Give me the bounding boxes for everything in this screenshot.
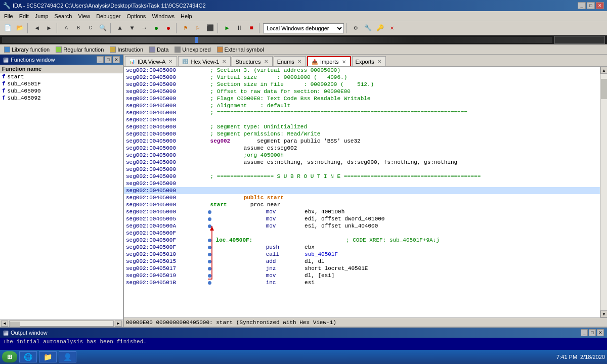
tb-btn4[interactable]: 🔍: [97, 23, 108, 34]
legend-instruction-label: Instruction: [117, 47, 143, 53]
sep1: [27, 23, 29, 33]
scroll-left[interactable]: ◀: [1, 321, 8, 327]
code-line: seg002:00405000: [124, 180, 600, 187]
legend-instruction-color: [110, 47, 116, 53]
tab-close-imports[interactable]: ✕: [341, 59, 347, 65]
menu-options[interactable]: Options: [123, 12, 149, 20]
tab-enums[interactable]: Enums ✕: [274, 56, 306, 66]
taskbar-folder-btn[interactable]: 📁: [39, 351, 57, 362]
legend-bar: Library function Regular function Instru…: [0, 44, 607, 55]
tb-arrow-r[interactable]: →: [139, 23, 150, 34]
code-line: seg002:00405000 public start: [124, 194, 600, 201]
tab-close-structures[interactable]: ✕: [263, 59, 269, 65]
fn-item-sub40501f[interactable]: f sub_40501F: [0, 80, 123, 87]
vscroll-down[interactable]: ▼: [600, 310, 607, 317]
tb-flag[interactable]: ⚑: [180, 23, 191, 34]
taskbar-user-btn[interactable]: 👤: [59, 351, 76, 362]
tb-settings2[interactable]: 🔧: [362, 23, 373, 34]
functions-close-btn[interactable]: ✕: [113, 56, 120, 63]
output-message: The initial autoanalysis has been finish…: [3, 339, 147, 345]
fn-item-start[interactable]: f start: [0, 73, 123, 80]
tab-label-structures: Structures: [235, 59, 261, 65]
menu-file[interactable]: File: [1, 12, 16, 20]
code-area: 📊 IDA View-A ✕ 🔢 Hex View-1 ✕ Structures…: [124, 55, 607, 327]
vscroll-up[interactable]: ▲: [600, 67, 607, 74]
tb-arrow-up[interactable]: ▲: [114, 23, 125, 34]
output-close-btn[interactable]: ✕: [597, 329, 604, 336]
code-line: seg002:00405000 ; Offset to raw data for…: [124, 88, 600, 95]
scroll-right[interactable]: ▶: [115, 321, 122, 327]
nav-input[interactable]: [554, 36, 605, 44]
tb-btn3[interactable]: C: [85, 23, 96, 34]
functions-max-btn[interactable]: □: [105, 56, 112, 63]
tb-btn1[interactable]: A: [61, 23, 72, 34]
output-min-btn[interactable]: _: [581, 329, 588, 336]
close-button[interactable]: ✕: [596, 2, 604, 9]
tab-close-ida[interactable]: ✕: [167, 59, 174, 65]
debugger-select[interactable]: Local Windows debugger: [263, 23, 344, 33]
code-line: seg002:0040500F: [124, 230, 600, 237]
tb-circle-r[interactable]: ●: [163, 23, 174, 34]
tb-btn2[interactable]: B: [73, 23, 84, 34]
tb-play[interactable]: ▶: [222, 23, 233, 34]
menu-help[interactable]: Help: [178, 12, 195, 20]
taskbar-ie-btn[interactable]: 🌐: [19, 351, 37, 362]
minimize-button[interactable]: _: [578, 2, 586, 9]
tab-imports[interactable]: 📥 Imports ✕: [307, 56, 351, 66]
tab-exports[interactable]: Exports ✕: [352, 56, 386, 66]
functions-title: Functions window: [11, 57, 55, 63]
tab-ida-view-a[interactable]: 📊 IDA View-A ✕: [125, 56, 177, 66]
code-line: seg002:00405017 jnz short locret_40501E: [124, 265, 600, 272]
legend-data-label: Data: [157, 47, 168, 53]
tb-stop2[interactable]: ■: [246, 23, 257, 34]
menu-debugger[interactable]: Debugger: [93, 12, 123, 20]
maximize-button[interactable]: □: [587, 2, 595, 9]
forward-btn[interactable]: ▶: [44, 23, 55, 34]
tb-stop[interactable]: ⬛: [204, 23, 215, 34]
code-line: seg002:00405000: [124, 166, 600, 173]
code-view-wrapper: seg002:00405000 ; Section 3. (virtual ad…: [124, 67, 607, 317]
menu-jump[interactable]: Jump: [32, 12, 52, 20]
new-btn[interactable]: 📄: [2, 23, 13, 34]
tb-settings1[interactable]: ⚙: [350, 23, 361, 34]
tb-key[interactable]: 🔑: [374, 23, 385, 34]
tab-close-exports[interactable]: ✕: [376, 59, 382, 65]
nav-graph[interactable]: [2, 37, 552, 43]
code-line: seg002:00405000 ; ================= S U …: [124, 173, 600, 180]
tab-structures[interactable]: Structures ✕: [232, 56, 272, 66]
tab-label-ida: IDA View-A: [138, 59, 165, 65]
sep3: [110, 23, 112, 33]
fn-name-sub40501f: sub_40501F: [8, 81, 41, 87]
legend-regular-color: [56, 47, 62, 53]
output-max-btn[interactable]: □: [589, 329, 596, 336]
tab-close-hex[interactable]: ✕: [221, 59, 227, 65]
tab-close-enums[interactable]: ✕: [296, 59, 302, 65]
fn-item-sub405092[interactable]: f sub_405092: [0, 95, 123, 102]
open-btn[interactable]: 📂: [14, 23, 25, 34]
menu-search[interactable]: Search: [52, 12, 75, 20]
vscroll-track[interactable]: [600, 74, 607, 310]
legend-unexplored-color: [175, 47, 181, 53]
fn-name-sub405092: sub_405092: [8, 95, 41, 101]
menu-edit[interactable]: Edit: [16, 12, 32, 20]
menu-windows[interactable]: Windows: [149, 12, 178, 20]
tb-pause[interactable]: ⏸: [234, 23, 245, 34]
code-line: seg002:00405000 ; Section size in file :…: [124, 81, 600, 88]
start-button[interactable]: ⊞: [2, 351, 17, 362]
back-btn[interactable]: ◀: [31, 23, 42, 34]
tab-hex-view[interactable]: 🔢 Hex View-1 ✕: [178, 56, 231, 66]
code-content[interactable]: seg002:00405000 ; Section 3. (virtual ad…: [124, 67, 600, 317]
fn-item-sub405090[interactable]: f sub_405090: [0, 87, 123, 95]
sep5: [218, 23, 220, 33]
code-line: seg002:00405000 assume es:nothing, ss:no…: [124, 159, 600, 166]
tb-flag2[interactable]: ⚐: [192, 23, 203, 34]
output-panel-header: ▦ Output window _ □ ✕: [0, 328, 607, 338]
tb-arrow-dn[interactable]: ▼: [126, 23, 138, 34]
legend-regular-label: Regular function: [63, 47, 104, 53]
tb-x[interactable]: ✕: [386, 23, 398, 34]
code-vscrollbar[interactable]: ▲ ▼: [600, 67, 607, 317]
menu-view[interactable]: View: [75, 12, 93, 20]
functions-min-btn[interactable]: _: [97, 56, 104, 63]
tb-circle-g[interactable]: ●: [151, 23, 162, 34]
scroll-track[interactable]: [9, 321, 114, 327]
